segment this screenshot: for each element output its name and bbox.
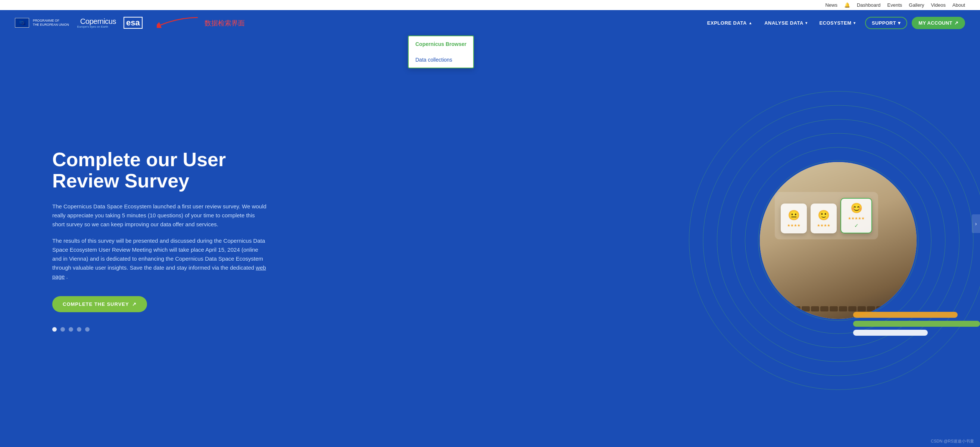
smiley-icon-2: 🙂 <box>818 209 830 221</box>
carousel-dot-2[interactable] <box>60 327 65 332</box>
dropdown-item-browser[interactable]: Copernicus Browser <box>409 36 473 52</box>
esa-logo: esa <box>124 17 143 29</box>
main-nav: 🇪🇺 PROGRAMME OF THE EUROPEAN UNION Coper… <box>0 10 980 35</box>
hero-paragraph-1: The Copernicus Data Space Ecosystem laun… <box>52 202 269 229</box>
bell-icon: 🔔 <box>844 2 850 8</box>
annotation-text: 数据检索界面 <box>205 19 245 28</box>
explore-data-menu[interactable]: EXPLORE DATA ▲ <box>702 17 757 29</box>
ecosystem-menu[interactable]: ECOSYSTEM ▾ <box>814 17 861 29</box>
smiley-icon-3: 😊 <box>851 203 862 214</box>
analyse-data-menu[interactable]: ANALYSE DATA ▾ <box>759 17 813 29</box>
nav-link-news[interactable]: News <box>825 2 837 8</box>
copernicus-logo: Copernicus <box>80 17 116 26</box>
hero-paragraph-2: The results of this survey will be prese… <box>52 236 269 281</box>
bar-white <box>853 330 928 336</box>
dropdown-item-collections[interactable]: Data collections <box>409 52 473 68</box>
watermark: CSDN @RS迷途小书童 <box>931 438 974 444</box>
hero-section: Complete our User Review Survey The Cope… <box>0 35 980 445</box>
analyse-data-chevron-icon: ▾ <box>805 21 808 25</box>
ecosystem-chevron-icon: ▾ <box>853 21 856 25</box>
checkmark-icon: ✓ <box>854 223 859 228</box>
carousel-dots <box>52 327 269 332</box>
hero-visual: 😐 ★★★★ 🙂 ★★★★ 😊 ★★★★★ ✓ <box>685 88 980 394</box>
hero-title: Complete our User Review Survey <box>52 149 269 192</box>
hero-text-area: Complete our User Review Survey The Cope… <box>52 149 269 332</box>
carousel-dot-1[interactable] <box>52 327 57 332</box>
stars-2: ★★★★ <box>817 224 830 227</box>
smiley-icon-1: 😐 <box>788 209 800 221</box>
support-chevron-icon: ▾ <box>898 20 900 26</box>
complete-survey-button[interactable]: COMPLETE THE SURVEY ↗ <box>52 296 147 312</box>
nav-link-gallery[interactable]: Gallery <box>909 2 924 8</box>
nav-link-dashboard[interactable]: Dashboard <box>857 2 881 8</box>
top-bar: News 🔔 Dashboard Events Gallery Videos A… <box>0 0 980 10</box>
nav-links: EXPLORE DATA ▲ ANALYSE DATA ▾ ECOSYSTEM … <box>702 17 965 29</box>
scroll-tab[interactable]: › <box>972 214 980 233</box>
rating-card-3-selected: 😊 ★★★★★ ✓ <box>840 198 872 233</box>
carousel-dot-3[interactable] <box>68 327 73 332</box>
nav-link-videos[interactable]: Videos <box>931 2 946 8</box>
central-survey-image: 😐 ★★★★ 🙂 ★★★★ 😊 ★★★★★ ✓ <box>760 162 916 319</box>
stars-1: ★★★★ <box>787 224 800 227</box>
nav-link-about[interactable]: About <box>952 2 965 8</box>
color-bars <box>853 312 980 336</box>
logo-area: 🇪🇺 PROGRAMME OF THE EUROPEAN UNION Coper… <box>15 17 143 29</box>
rating-card-1: 😐 ★★★★ <box>781 204 807 233</box>
explore-data-chevron-icon: ▲ <box>749 21 752 25</box>
red-arrow-icon <box>157 14 202 32</box>
nav-link-events[interactable]: Events <box>888 2 902 8</box>
my-account-button[interactable]: MY ACCOUNT ↗ <box>912 17 965 29</box>
bar-green <box>853 321 980 327</box>
cta-external-icon: ↗ <box>132 301 137 307</box>
eu-flag-icon: 🇪🇺 <box>15 18 29 28</box>
carousel-dot-4[interactable] <box>77 327 81 332</box>
programme-text: PROGRAMME OF THE EUROPEAN UNION <box>33 19 69 27</box>
bar-orange <box>853 312 958 318</box>
hero-body: The Copernicus Data Space Ecosystem laun… <box>52 202 269 281</box>
explore-data-dropdown: Copernicus Browser Data collections <box>408 35 474 68</box>
external-link-icon: ↗ <box>954 20 958 26</box>
carousel-dot-5[interactable] <box>85 327 89 332</box>
support-button[interactable]: SUPPORT ▾ <box>865 17 907 29</box>
stars-3: ★★★★★ <box>848 216 865 220</box>
rating-card-2: 🙂 ★★★★ <box>811 204 837 233</box>
